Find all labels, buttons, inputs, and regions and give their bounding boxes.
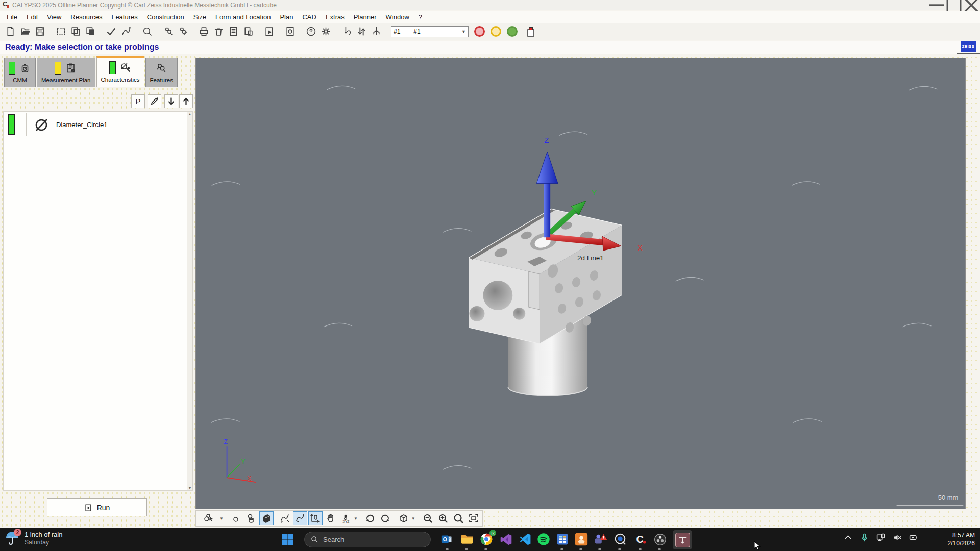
paste-button[interactable] <box>83 24 98 39</box>
run-button[interactable]: Run <box>47 498 147 516</box>
grid-app-icon[interactable] <box>555 532 570 547</box>
scroll-down-icon[interactable]: ▼ <box>188 486 192 490</box>
feature-display-button[interactable] <box>198 511 219 525</box>
menu-planner[interactable]: Planner <box>349 12 381 22</box>
probe-tree-button[interactable] <box>369 24 384 39</box>
mouse-cursor <box>754 541 762 551</box>
tray-chevron-icon[interactable] <box>844 533 852 542</box>
spotify-icon[interactable] <box>536 532 551 547</box>
tab-features[interactable]: Features <box>145 58 178 87</box>
chevron-down-icon[interactable]: ▼ <box>411 516 415 521</box>
minimize-button[interactable] <box>928 0 945 10</box>
chevron-down-icon[interactable]: ▼ <box>354 516 358 521</box>
characteristic-row[interactable]: Diameter_Circle1 <box>4 113 186 136</box>
delete-button[interactable] <box>211 24 226 39</box>
menu-plan[interactable]: Plan <box>275 12 298 22</box>
save-button[interactable] <box>33 24 47 39</box>
maximize-button[interactable] <box>945 0 963 10</box>
move-down-button[interactable] <box>164 94 178 108</box>
outlook-icon[interactable]: O <box>440 532 455 547</box>
teams-icon[interactable] <box>593 532 608 547</box>
menu-edit[interactable]: Edit <box>22 12 42 22</box>
pan-button[interactable] <box>324 511 338 525</box>
qualify-button[interactable] <box>104 24 119 39</box>
geometry-display-button[interactable] <box>244 511 258 525</box>
chrome-icon[interactable]: R <box>479 532 494 547</box>
zoom-in-button[interactable] <box>436 511 450 525</box>
food-app-icon[interactable] <box>574 532 589 547</box>
chevron-down-icon[interactable]: ▼ <box>219 516 224 521</box>
open-file-button[interactable] <box>18 24 33 39</box>
scroll-up-icon[interactable]: ▲ <box>188 112 192 116</box>
view-orientation-button[interactable] <box>397 511 411 525</box>
menu-form-and-location[interactable]: Form and Location <box>211 12 275 22</box>
file-explorer-icon[interactable] <box>459 532 475 547</box>
battery-icon[interactable] <box>909 533 918 542</box>
display-device-icon[interactable] <box>876 533 885 542</box>
menu-file[interactable]: File <box>2 12 22 22</box>
select-button[interactable] <box>54 24 68 39</box>
probe-selector-dropdown[interactable]: #1 #1 ▼ <box>391 26 469 37</box>
point-display-button[interactable] <box>229 511 243 525</box>
fit-view-button[interactable] <box>467 511 481 525</box>
zoom-out-button[interactable] <box>421 511 435 525</box>
calypso-taskbar-icon[interactable]: C <box>633 532 648 547</box>
probe-updown-button[interactable] <box>354 24 369 39</box>
curve-select-2-button[interactable] <box>293 511 307 525</box>
weather-widget[interactable]: 2 1 inch of rain Saturday <box>4 530 62 546</box>
menu-help[interactable]: ? <box>414 12 427 22</box>
help-button[interactable] <box>304 24 318 39</box>
probe-changer-button[interactable] <box>525 26 537 38</box>
menu-size[interactable]: Size <box>189 12 211 22</box>
curve-tool-button[interactable] <box>119 24 134 39</box>
microphone-icon[interactable] <box>860 533 869 542</box>
menu-resources[interactable]: Resources <box>66 12 107 22</box>
vscode-icon[interactable] <box>518 532 533 547</box>
active-app-button[interactable] <box>673 530 692 549</box>
menu-window[interactable]: Window <box>381 12 414 22</box>
characteristic-name: Diameter_Circle1 <box>56 121 107 129</box>
stylus-system-button[interactable] <box>161 24 176 39</box>
close-button[interactable] <box>963 0 980 10</box>
search-input[interactable] <box>323 536 410 543</box>
move-up-button[interactable] <box>179 94 193 108</box>
pan-xyz-button[interactable]: XYZ <box>339 511 353 525</box>
page-preview-button[interactable] <box>241 24 256 39</box>
visual-studio-icon[interactable] <box>498 532 513 547</box>
taskbar-clock[interactable]: 8:57 AM 2/10/2026 <box>948 531 975 547</box>
new-file-button[interactable] <box>3 24 18 39</box>
tab-cmm[interactable]: CMM <box>4 58 36 87</box>
menu-features[interactable]: Features <box>107 12 142 22</box>
copy-button[interactable] <box>68 24 83 39</box>
cs-move-button[interactable] <box>308 511 323 525</box>
zoom-window-button[interactable] <box>451 511 465 525</box>
find-in-document-button[interactable] <box>283 24 298 39</box>
menu-construction[interactable]: Construction <box>142 12 189 22</box>
edit-button[interactable] <box>148 94 161 108</box>
start-button[interactable] <box>280 532 296 548</box>
speaker-muted-icon[interactable] <box>893 533 901 542</box>
search-app-icon[interactable] <box>612 532 628 547</box>
curve-select-button[interactable] <box>278 511 292 525</box>
cad-viewport[interactable]: Z Y X 2d Line1 Z Y X 50 mm <box>195 58 966 509</box>
settings-button[interactable] <box>318 24 333 39</box>
obs-icon[interactable] <box>652 532 668 547</box>
menu-cad[interactable]: CAD <box>298 12 321 22</box>
menu-view[interactable]: View <box>42 12 66 22</box>
tab-measurement-plan[interactable]: Measurement Plan <box>37 58 95 87</box>
menu-extras[interactable]: Extras <box>321 12 349 22</box>
print-button[interactable] <box>197 24 211 39</box>
stylus-edit-button[interactable] <box>176 24 190 39</box>
feature-annotation[interactable]: 2d Line1 <box>577 254 604 262</box>
probe-manual-button[interactable] <box>339 24 354 39</box>
rotate-cw-button[interactable] <box>363 511 377 525</box>
search-button[interactable] <box>140 24 155 39</box>
report-button[interactable] <box>226 24 241 39</box>
list-scrollbar[interactable]: ▲ ▼ <box>187 112 192 490</box>
taskbar-search[interactable] <box>304 532 431 547</box>
run-plan-button[interactable] <box>262 24 277 39</box>
tab-characteristics[interactable]: Characteristics <box>96 56 144 87</box>
solid-view-button[interactable] <box>259 511 274 525</box>
rotate-ccw-button[interactable] <box>378 511 393 525</box>
p-button[interactable]: P <box>131 94 145 108</box>
